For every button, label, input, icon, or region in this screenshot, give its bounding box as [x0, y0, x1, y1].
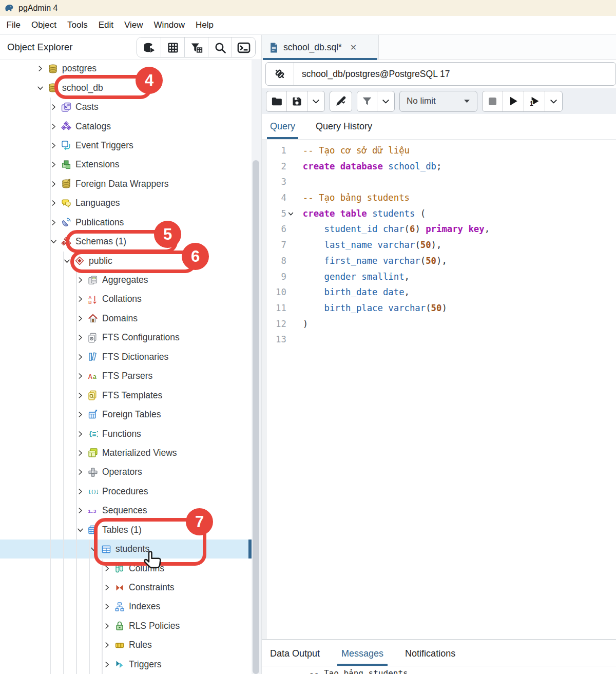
chevron-right-icon[interactable]	[74, 466, 86, 478]
tree-item-rules[interactable]: Rules	[0, 636, 252, 654]
tree-item-schemas-1[interactable]: Schemas (1)	[0, 232, 252, 251]
connection-bar[interactable]: school_db/postgres@PostgreSQL 17	[265, 62, 616, 86]
close-tab-icon[interactable]: ✕	[350, 43, 357, 52]
tab-data-output[interactable]: Data Output	[270, 648, 320, 666]
query-tool-icon[interactable]	[232, 37, 255, 57]
chevron-down-icon[interactable]	[74, 524, 86, 536]
tree-item-fts-templates[interactable]: FTS Templates	[0, 386, 252, 405]
tree-item-catalogs[interactable]: Catalogs	[0, 117, 252, 136]
tree-item-fts-configurations[interactable]: FTS Configurations	[0, 328, 252, 347]
tree-item-school-db[interactable]: school_db	[0, 78, 252, 97]
row-limit-select[interactable]: No limit	[399, 91, 477, 112]
tab-messages[interactable]: Messages	[341, 648, 383, 666]
tab-query-history[interactable]: Query History	[316, 121, 372, 139]
chevron-down-icon[interactable]	[87, 543, 100, 555]
code-line[interactable]: 2create database school_db;	[267, 159, 616, 175]
execute-options-button[interactable]: 1	[524, 91, 545, 111]
code-line[interactable]: 7 last_name varchar(50),	[267, 237, 616, 253]
sql-editor[interactable]: 1-- Tạo cơ sở dữ liệu2create database sc…	[262, 140, 616, 639]
edit-options-button[interactable]	[330, 91, 352, 111]
chevron-right-icon[interactable]	[47, 178, 60, 190]
tree-item-sequences[interactable]: 1..3Sequences	[0, 501, 252, 520]
tree-item-domains[interactable]: Domains	[0, 309, 252, 328]
tree-item-postgres[interactable]: postgres	[0, 59, 252, 78]
menu-help[interactable]: Help	[190, 20, 219, 30]
execute-chevron-icon[interactable]	[545, 91, 562, 111]
chevron-right-icon[interactable]	[101, 601, 113, 613]
tree-item-procedures[interactable]: {()}Procedures	[0, 482, 252, 501]
tree-scrollbar-thumb[interactable]	[253, 160, 259, 674]
chevron-right-icon[interactable]	[74, 389, 86, 401]
tree-item-functions[interactable]: {≡}Functions	[0, 424, 252, 443]
menu-file[interactable]: File	[1, 20, 26, 30]
chevron-down-icon[interactable]	[61, 255, 73, 267]
fold-chevron-icon[interactable]	[286, 206, 296, 222]
tree-item-fts-dictionaries[interactable]: FTS Dictionaries	[0, 348, 252, 367]
tree-item-indexes[interactable]: Indexes	[0, 597, 252, 616]
tree-scrollbar-track[interactable]	[252, 59, 261, 674]
menu-view[interactable]: View	[119, 20, 149, 30]
menu-object[interactable]: Object	[26, 20, 62, 30]
save-options-chevron-icon[interactable]	[307, 91, 324, 111]
tree-item-rls-policies[interactable]: RLS Policies	[0, 617, 252, 636]
save-file-button[interactable]	[286, 91, 307, 111]
chevron-right-icon[interactable]	[101, 620, 113, 632]
tree-item-public[interactable]: public	[0, 251, 252, 270]
menu-window[interactable]: Window	[148, 20, 190, 30]
tree-item-fts-parsers[interactable]: AaFTS Parsers	[0, 367, 252, 386]
tree-item-languages[interactable]: Languages	[0, 194, 252, 213]
code-line[interactable]: 4-- Tạo bảng students	[267, 190, 616, 206]
chevron-right-icon[interactable]	[47, 101, 60, 113]
chevron-right-icon[interactable]	[74, 312, 86, 324]
stop-query-button[interactable]	[483, 91, 503, 111]
chevron-right-icon[interactable]	[47, 139, 60, 151]
tree-item-event-triggers[interactable]: Event Triggers	[0, 136, 252, 155]
tree-item-foreign-tables[interactable]: Foreign Tables	[0, 405, 252, 424]
grid-view-icon[interactable]	[161, 37, 184, 57]
chevron-right-icon[interactable]	[74, 351, 86, 363]
code-line[interactable]: 5create table students (	[267, 206, 616, 222]
tab-notifications[interactable]: Notifications	[405, 648, 455, 666]
chevron-right-icon[interactable]	[47, 120, 60, 132]
menu-edit[interactable]: Edit	[93, 20, 119, 30]
tree-item-extensions[interactable]: Extensions	[0, 155, 252, 174]
chevron-right-icon[interactable]	[74, 370, 86, 382]
chevron-right-icon[interactable]	[47, 216, 60, 228]
code-line[interactable]: 3	[267, 174, 616, 190]
tree-item-students[interactable]: students	[0, 540, 252, 559]
code-line[interactable]: 9 gender smallint,	[267, 269, 616, 285]
filter-button[interactable]	[357, 91, 377, 111]
open-file-button[interactable]	[266, 91, 286, 111]
chevron-right-icon[interactable]	[101, 658, 113, 670]
chevron-right-icon[interactable]	[101, 562, 113, 574]
chevron-right-icon[interactable]	[74, 274, 86, 286]
tree-item-operators[interactable]: Operators	[0, 463, 252, 482]
search-objects-icon[interactable]	[208, 37, 232, 57]
tab-query[interactable]: Query	[270, 121, 295, 139]
chevron-right-icon[interactable]	[101, 582, 113, 594]
chevron-right-icon[interactable]	[74, 332, 86, 344]
execute-query-button[interactable]	[503, 91, 524, 111]
chevron-right-icon[interactable]	[74, 505, 86, 517]
chevron-right-icon[interactable]	[101, 639, 113, 651]
chevron-right-icon[interactable]	[74, 447, 86, 459]
chevron-right-icon[interactable]	[47, 159, 60, 171]
tree-item-casts[interactable]: Casts	[0, 98, 252, 117]
chevron-right-icon[interactable]	[74, 293, 86, 305]
tree-item-aggregates[interactable]: Aggregates	[0, 271, 252, 290]
chevron-right-icon[interactable]	[34, 63, 46, 75]
code-line[interactable]: 11 birth_place varchar(50)	[267, 300, 616, 316]
tree-item-collations[interactable]: ABCollations	[0, 290, 252, 309]
tab-school-db-sql[interactable]: school_db.sql* ✕	[262, 35, 379, 60]
tree-item-tables-1[interactable]: Tables (1)	[0, 521, 252, 540]
chevron-right-icon[interactable]	[74, 485, 86, 497]
chevron-right-icon[interactable]	[74, 428, 86, 440]
code-line[interactable]: 12)	[267, 316, 616, 332]
chevron-right-icon[interactable]	[74, 409, 86, 421]
tree-item-triggers[interactable]: Triggers	[0, 655, 252, 674]
tree-item-constraints[interactable]: Constraints	[0, 578, 252, 597]
tree-item-columns[interactable]: Columns	[0, 559, 252, 577]
code-line[interactable]: 6 student_id char(6) primary key,	[267, 221, 616, 237]
tree-item-foreign-data-wrappers[interactable]: Foreign Data Wrappers	[0, 175, 252, 194]
filter-rows-icon[interactable]	[184, 37, 208, 57]
